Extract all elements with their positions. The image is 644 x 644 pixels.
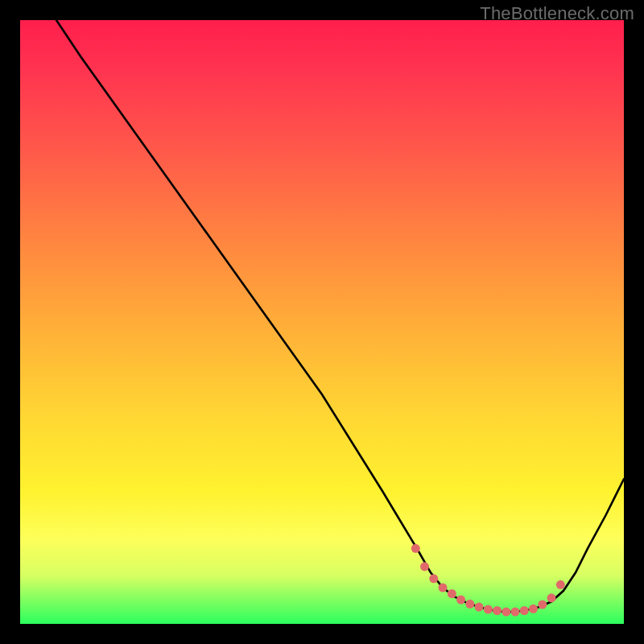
marker-dot — [511, 608, 520, 617]
marker-dot — [448, 589, 456, 598]
marker-dot — [465, 600, 474, 609]
marker-dot — [502, 608, 510, 617]
marker-dot — [475, 603, 484, 612]
curve-layer — [20, 20, 624, 624]
marker-dot — [456, 596, 465, 605]
marker-dot — [547, 593, 556, 602]
marker-dot — [493, 606, 502, 615]
marker-dot — [439, 584, 448, 592]
marker-dot — [484, 605, 493, 614]
marker-dot — [429, 574, 438, 583]
marker-dot — [420, 562, 429, 571]
plot-area — [20, 20, 624, 624]
optimal-zone-markers — [411, 544, 565, 617]
marker-dot — [556, 580, 565, 589]
marker-dot — [520, 606, 529, 615]
marker-dot — [411, 544, 420, 553]
marker-dot — [529, 605, 538, 613]
bottleneck-curve — [56, 20, 624, 612]
marker-dot — [538, 601, 547, 609]
chart-frame: TheBottleneck.com — [0, 0, 644, 644]
watermark-text: TheBottleneck.com — [480, 3, 634, 24]
